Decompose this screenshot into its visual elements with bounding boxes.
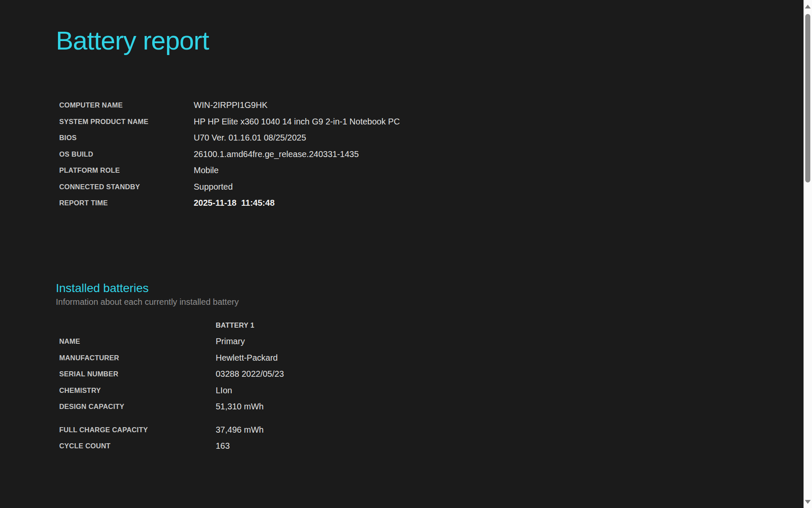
- info-label-connected-standby: CONNECTED STANDBY: [59, 183, 194, 191]
- battery-label-cycle-count: CYCLE COUNT: [59, 442, 216, 450]
- system-info-row: REPORT TIME 2025-11-18 11:45:48: [59, 195, 804, 211]
- info-value-bios: U70 Ver. 01.16.01 08/25/2025: [194, 133, 306, 143]
- battery-label-chemistry: CHEMISTRY: [59, 387, 216, 395]
- info-value-computer-name: WIN-2IRPPI1G9HK: [194, 100, 267, 110]
- scroll-up-icon: [805, 5, 811, 8]
- installed-batteries-subtitle: Information about each currently install…: [56, 297, 804, 307]
- info-value-connected-standby: Supported: [194, 182, 233, 192]
- battery-label-serial-number: SERIAL NUMBER: [59, 370, 216, 378]
- battery-report-page: Battery report COMPUTER NAME WIN-2IRPPI1…: [0, 25, 804, 508]
- battery-label-name: NAME: [59, 337, 216, 345]
- system-info-row: BIOS U70 Ver. 01.16.01 08/25/2025: [59, 130, 804, 146]
- installed-batteries-heading: Installed batteries: [56, 282, 804, 295]
- system-info-row: CONNECTED STANDBY Supported: [59, 179, 804, 195]
- battery-table-header-row: BATTERY 1: [59, 317, 804, 334]
- battery-value-name: Primary: [216, 337, 245, 346]
- battery-row: CHEMISTRY LIon: [59, 382, 804, 399]
- info-value-os-build: 26100.1.amd64fre.ge_release.240331-1435: [194, 149, 359, 159]
- system-info-row: COMPUTER NAME WIN-2IRPPI1G9HK: [59, 97, 804, 113]
- battery-row: CYCLE COUNT 163: [59, 438, 804, 454]
- battery-table: BATTERY 1 NAME Primary MANUFACTURER Hewl…: [56, 317, 804, 454]
- battery-row: DESIGN CAPACITY 51,310 mWh: [59, 398, 804, 415]
- battery-label-design-capacity: DESIGN CAPACITY: [59, 403, 216, 411]
- scroll-up-button[interactable]: [804, 0, 812, 13]
- info-label-report-time: REPORT TIME: [59, 199, 194, 207]
- info-value-report-time: 2025-11-18 11:45:48: [194, 198, 274, 208]
- system-info-row: SYSTEM PRODUCT NAME HP HP Elite x360 104…: [59, 113, 804, 130]
- battery-label-full-charge-capacity: FULL CHARGE CAPACITY: [59, 426, 216, 434]
- system-info-table: COMPUTER NAME WIN-2IRPPI1G9HK SYSTEM PRO…: [56, 97, 804, 211]
- info-value-system-product-name: HP HP Elite x360 1040 14 inch G9 2-in-1 …: [194, 117, 400, 127]
- recent-usage-heading: Recent usage: [56, 506, 804, 508]
- scrollbar[interactable]: [804, 0, 812, 508]
- battery-value-manufacturer: Hewlett-Packard: [216, 353, 278, 363]
- battery-row: MANUFACTURER Hewlett-Packard: [59, 350, 804, 366]
- info-label-platform-role: PLATFORM ROLE: [59, 166, 194, 174]
- info-label-system-product-name: SYSTEM PRODUCT NAME: [59, 118, 194, 126]
- battery-value-chemistry: LIon: [216, 386, 232, 395]
- battery-column-header: BATTERY 1: [216, 321, 254, 329]
- battery-row: SERIAL NUMBER 03288 2022/05/23: [59, 366, 804, 382]
- battery-value-serial-number: 03288 2022/05/23: [216, 369, 284, 379]
- battery-value-design-capacity: 51,310 mWh: [216, 402, 263, 411]
- info-label-bios: BIOS: [59, 134, 194, 142]
- info-value-platform-role: Mobile: [194, 166, 219, 175]
- battery-value-full-charge-capacity: 37,496 mWh: [216, 425, 263, 435]
- scroll-down-icon: [805, 500, 811, 504]
- scrollbar-thumb[interactable]: [805, 14, 810, 182]
- info-label-computer-name: COMPUTER NAME: [59, 101, 194, 109]
- battery-label-manufacturer: MANUFACTURER: [59, 354, 216, 362]
- system-info-row: PLATFORM ROLE Mobile: [59, 162, 804, 179]
- battery-value-cycle-count: 163: [216, 441, 230, 451]
- info-label-os-build: OS BUILD: [59, 150, 194, 158]
- system-info-row: OS BUILD 26100.1.amd64fre.ge_release.240…: [59, 146, 804, 163]
- battery-row: FULL CHARGE CAPACITY 37,496 mWh: [59, 422, 804, 438]
- scroll-down-button[interactable]: [804, 495, 812, 508]
- battery-row: NAME Primary: [59, 333, 804, 350]
- page-title: Battery report: [56, 25, 804, 55]
